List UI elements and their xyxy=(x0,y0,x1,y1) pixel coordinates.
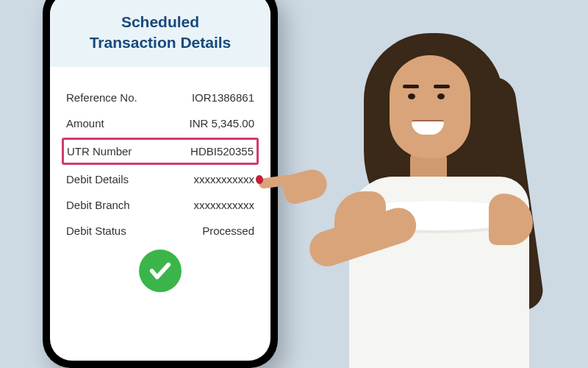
value-amount: INR 5,345.00 xyxy=(190,117,254,130)
label-debit-branch: Debit Branch xyxy=(66,199,130,211)
person-eye xyxy=(437,93,445,99)
label-utr: UTR Number xyxy=(67,145,132,158)
person-eyebrow xyxy=(434,85,450,88)
label-reference: Reference No. xyxy=(66,91,137,104)
person-illustration xyxy=(294,33,559,368)
person-hand xyxy=(280,166,330,206)
detail-row-debit-status: Debit Status Processed xyxy=(63,218,257,244)
person-eyebrow xyxy=(403,85,419,88)
value-debit-details: xxxxxxxxxxx xyxy=(194,173,255,185)
value-utr: HDBI520355 xyxy=(190,145,254,158)
value-debit-status: Processed xyxy=(202,224,254,237)
title-line-2: Transaction Details xyxy=(90,34,232,51)
value-reference: IOR1386861 xyxy=(192,91,254,104)
label-amount: Amount xyxy=(66,117,104,130)
title-line-1: Scheduled xyxy=(121,13,199,30)
transaction-header: Scheduled Transaction Details xyxy=(50,0,270,67)
success-checkmark-icon xyxy=(139,250,182,292)
page-title: Scheduled Transaction Details xyxy=(57,12,263,54)
phone-mockup: Scheduled Transaction Details Reference … xyxy=(43,0,278,368)
detail-row-debit-details: Debit Details xxxxxxxxxxx xyxy=(63,166,257,192)
person-face xyxy=(390,55,470,158)
label-debit-status: Debit Status xyxy=(66,224,126,237)
transaction-details-list: Reference No. IOR1386861 Amount INR 5,34… xyxy=(50,67,270,361)
label-debit-details: Debit Details xyxy=(66,173,129,185)
detail-row-amount: Amount INR 5,345.00 xyxy=(63,110,257,136)
value-debit-branch: xxxxxxxxxxx xyxy=(194,199,255,211)
detail-row-utr-highlighted: UTR Number HDBI520355 xyxy=(62,138,259,165)
person-eye xyxy=(408,93,415,99)
detail-row-debit-branch: Debit Branch xxxxxxxxxxx xyxy=(63,192,257,218)
phone-screen: Scheduled Transaction Details Reference … xyxy=(50,0,270,361)
detail-row-reference: Reference No. IOR1386861 xyxy=(63,85,257,110)
